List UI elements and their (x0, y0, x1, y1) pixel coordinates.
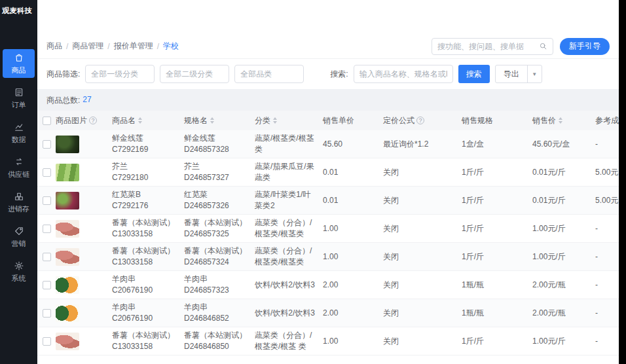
sidebar-item-system[interactable]: 系统 (3, 257, 35, 286)
sale-spec-cell: 1斤/斤 (462, 223, 532, 234)
sale-spec-cell: 1瓶/瓶 (462, 280, 532, 291)
goods-thumbnail[interactable] (56, 304, 79, 322)
goods-code: C13033158 (112, 257, 179, 268)
global-search-input[interactable] (437, 42, 539, 51)
sort-icon[interactable] (210, 117, 214, 124)
spec-code: D246857324 (184, 257, 249, 268)
data-chart-icon (14, 122, 24, 134)
sidebar-item-label: 进销存 (8, 204, 29, 214)
topbar: 商品 / 商品管理 / 报价单管理 / 学校 新手引导 (37, 34, 619, 59)
category-cell: 饮料/饮料2/饮料3 (255, 308, 323, 319)
select-all-checkbox[interactable] (43, 117, 51, 125)
system-gear-icon (14, 261, 24, 272)
row-checkbox[interactable] (43, 337, 51, 346)
row-checkbox-cell (37, 309, 56, 318)
goods-name-cell: 番薯（本站测试） C13033158 (112, 217, 184, 240)
level1-category-select[interactable]: 全部一级分类 (85, 65, 155, 83)
pricing-formula-cell: 关闭 (383, 336, 462, 347)
search-button[interactable]: 搜索 (458, 65, 490, 83)
product-category-select[interactable]: 全部品类 (234, 65, 304, 83)
row-checkbox[interactable] (43, 225, 51, 233)
breadcrumb-goods[interactable]: 商品 (46, 41, 62, 52)
sort-icon[interactable] (138, 117, 142, 124)
goods-thumbnail[interactable] (56, 276, 79, 294)
app-root: 观麦科技 商品 订单 数据 供应链 进销存 (0, 0, 626, 364)
top-spacer (37, 0, 619, 34)
sale-price-cell: 1.00元/斤 (532, 223, 595, 234)
sort-icon[interactable] (559, 117, 562, 124)
sale-price-cell: 1.00元/斤 (532, 251, 595, 263)
goods-thumbnail[interactable] (56, 220, 79, 238)
sidebar-item-supply-chain[interactable]: 供应链 (3, 153, 35, 182)
row-checkbox-cell (37, 196, 56, 205)
goods-thumbnail[interactable] (56, 192, 79, 209)
sidebar-nav: 商品 订单 数据 供应链 进销存 营销 (0, 49, 37, 286)
goods-thumbnail[interactable] (56, 164, 79, 181)
goods-table: 商品图片? 商品名 规格名 分类 销售单价 定价公式? 销售规格 (37, 111, 619, 364)
spec-name: 羊肉串 (184, 302, 249, 313)
sidebar-item-inventory[interactable]: 进销存 (3, 188, 35, 217)
level2-category-select[interactable]: 全部二级分类 (160, 65, 229, 83)
goods-name: 番薯（本站测试） (112, 246, 179, 257)
pricing-formula-cell: 关闭 (383, 195, 462, 206)
pricing-formula-cell: 最近询价*1.2 (383, 139, 462, 150)
row-checkbox-cell (37, 253, 56, 261)
goods-image-cell (56, 164, 112, 181)
goods-thumbnail[interactable] (56, 136, 79, 153)
row-checkbox[interactable] (43, 309, 51, 318)
goods-name: 芥兰 (112, 161, 179, 172)
goods-code: C20676190 (112, 285, 179, 296)
table-row: 芥兰 C7292180 芥兰 D246857327 蔬菜/茄果瓜豆/果蔬类 0.… (37, 158, 619, 187)
category-cell: 饮料/饮料2/饮料3 (255, 280, 323, 291)
keyword-search-input[interactable] (354, 65, 453, 83)
goods-thumbnail[interactable] (56, 333, 79, 350)
export-button[interactable]: 导出 (496, 65, 527, 82)
spec-code: D246857323 (184, 285, 249, 296)
sale-spec-cell: 1斤/斤 (462, 336, 532, 347)
export-dropdown-caret-icon[interactable]: ▼ (527, 65, 542, 82)
sale-price-cell: 1.00元/斤 (532, 336, 595, 347)
sidebar-item-goods[interactable]: 商品 (3, 49, 35, 78)
row-checkbox[interactable] (43, 140, 51, 149)
sidebar-item-orders[interactable]: 订单 (3, 84, 35, 113)
image-help-icon[interactable]: ? (89, 117, 97, 124)
beginner-guide-button[interactable]: 新手引导 (560, 38, 610, 55)
sidebar-item-marketing[interactable]: 营销 (3, 223, 35, 251)
formula-help-icon[interactable]: ? (416, 117, 424, 124)
category-cell: 蔬菜/根茎类/根茎类 (255, 133, 323, 155)
table-body: 鲜金线莲 C7292169 鲜金线莲 D246857328 蔬菜/根茎类/根茎类… (37, 130, 619, 355)
goods-name-cell: 羊肉串 C20676190 (112, 302, 184, 325)
supply-chain-icon (14, 156, 24, 168)
row-checkbox[interactable] (43, 168, 51, 177)
goods-code: C13033158 (112, 228, 179, 240)
row-checkbox-cell (37, 281, 56, 289)
breadcrumb-separator: / (107, 42, 109, 51)
breadcrumb-goods-management[interactable]: 商品管理 (72, 41, 103, 52)
breadcrumb-quotation-management[interactable]: 报价单管理 (114, 41, 153, 52)
unit-price-cell: 2.00 (323, 308, 383, 318)
sidebar-item-label: 营销 (12, 239, 26, 249)
sort-icon[interactable] (273, 117, 277, 124)
ref-cost-cell: - (595, 308, 619, 318)
unit-price-cell: 2.00 (323, 280, 383, 289)
goods-image-cell (56, 220, 112, 238)
goods-name-cell: 鲜金线莲 C7292169 (112, 133, 184, 156)
goods-image-cell (56, 136, 112, 153)
breadcrumb-separator: / (66, 42, 68, 51)
sidebar: 观麦科技 商品 订单 数据 供应链 进销存 (0, 0, 37, 364)
sidebar-item-data[interactable]: 数据 (3, 118, 35, 147)
col-header-ref-cost: 参考成 (595, 115, 619, 126)
row-checkbox[interactable] (43, 196, 51, 205)
category-cell: 蔬菜/叶菜类1/叶菜类2 (255, 189, 323, 211)
row-checkbox[interactable] (43, 281, 51, 289)
goods-icon (14, 52, 24, 64)
unit-price-cell: 0.01 (323, 196, 383, 205)
goods-name-cell: 芥兰 C7292180 (112, 161, 184, 184)
goods-thumbnail[interactable] (56, 248, 79, 266)
col-header-unit-price: 销售单价 (323, 115, 383, 126)
spec-code: D246846852 (184, 313, 249, 324)
row-checkbox[interactable] (43, 253, 51, 261)
goods-name: 羊肉串 (112, 274, 179, 285)
sale-spec-cell: 1瓶/瓶 (462, 308, 532, 319)
total-count-value: 27 (83, 95, 91, 106)
